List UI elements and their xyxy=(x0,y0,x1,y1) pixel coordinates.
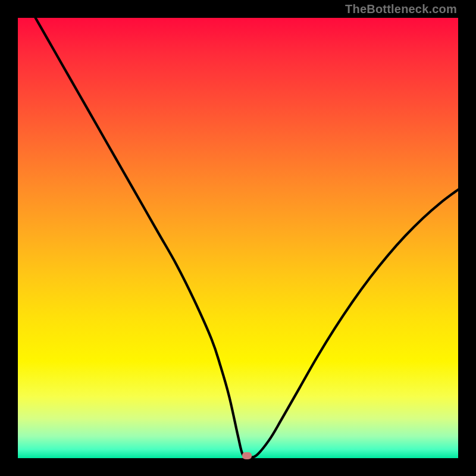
curve-layer xyxy=(18,18,458,458)
attribution-text: TheBottleneck.com xyxy=(345,2,457,16)
minimum-marker xyxy=(242,452,252,459)
bottleneck-curve xyxy=(36,18,458,458)
chart-frame: TheBottleneck.com xyxy=(0,0,476,476)
plot-area xyxy=(18,18,458,458)
